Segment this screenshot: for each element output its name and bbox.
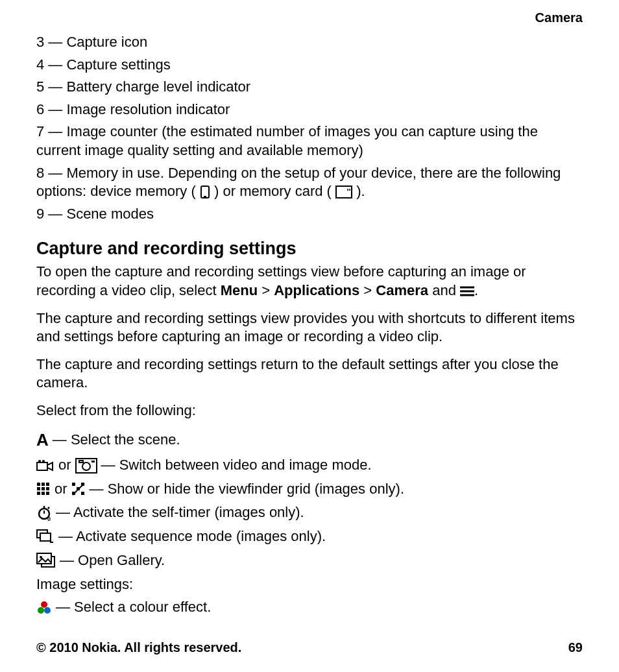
list-item: 7 — Image counter (the estimated number … bbox=[36, 123, 583, 160]
separator: > bbox=[258, 282, 274, 298]
grid-off-icon bbox=[71, 482, 86, 496]
svg-rect-19 bbox=[42, 487, 45, 490]
svg-rect-28 bbox=[81, 492, 84, 495]
svg-rect-16 bbox=[42, 483, 45, 486]
text-or: or bbox=[58, 456, 71, 475]
sequence-mode-icon bbox=[36, 529, 55, 544]
menu-path: Menu bbox=[221, 282, 258, 298]
list-item: 3 — Capture icon bbox=[36, 33, 583, 52]
option-row-sequence: — Activate sequence mode (images only). bbox=[36, 527, 583, 546]
page-number: 69 bbox=[568, 640, 583, 655]
text-part: . bbox=[474, 282, 478, 298]
list-item: 8 — Memory in use. Depending on the setu… bbox=[36, 164, 583, 201]
svg-rect-24 bbox=[72, 483, 75, 486]
device-memory-icon bbox=[200, 185, 210, 199]
svg-rect-23 bbox=[46, 492, 49, 495]
svg-rect-2 bbox=[336, 186, 352, 198]
section-heading: Capture and recording settings bbox=[36, 239, 583, 259]
option-text: — Select a colour effect. bbox=[56, 598, 211, 617]
svg-point-13 bbox=[82, 462, 90, 470]
self-timer-icon: 0 bbox=[36, 505, 52, 521]
paragraph: To open the capture and recording settin… bbox=[36, 263, 583, 300]
text-or: or bbox=[55, 480, 67, 499]
svg-rect-1 bbox=[204, 196, 206, 197]
image-mode-icon bbox=[75, 458, 97, 474]
separator: > bbox=[359, 282, 376, 298]
copyright-text: © 2010 Nokia. All rights reserved. bbox=[36, 640, 241, 655]
settings-menu-icon bbox=[460, 286, 474, 296]
svg-rect-17 bbox=[46, 483, 49, 486]
text-part: ). bbox=[356, 183, 365, 199]
paragraph: The capture and recording settings view … bbox=[36, 309, 583, 346]
svg-rect-8 bbox=[37, 462, 47, 470]
svg-point-10 bbox=[42, 460, 45, 462]
colour-effect-icon bbox=[36, 600, 52, 616]
option-text: — Activate the self-timer (images only). bbox=[56, 503, 304, 522]
svg-point-9 bbox=[38, 460, 41, 462]
document-page: Camera 3 — Capture icon 4 — Capture sett… bbox=[0, 0, 619, 672]
svg-rect-22 bbox=[42, 492, 45, 495]
subheading: Image settings: bbox=[36, 576, 583, 593]
option-text: — Show or hide the viewfinder grid (imag… bbox=[90, 480, 404, 499]
page-footer: © 2010 Nokia. All rights reserved. 69 bbox=[36, 640, 583, 655]
memory-card-icon bbox=[335, 186, 352, 198]
svg-rect-18 bbox=[37, 487, 40, 490]
grid-on-icon bbox=[36, 482, 51, 496]
list-item: 9 — Scene modes bbox=[36, 205, 583, 224]
header-section-title: Camera bbox=[36, 10, 583, 25]
option-text: — Open Gallery. bbox=[60, 551, 165, 570]
option-row-switch-mode: or — Switch between video and image mode… bbox=[36, 456, 583, 475]
svg-rect-33 bbox=[40, 533, 51, 541]
gallery-icon bbox=[36, 553, 56, 568]
svg-rect-12 bbox=[79, 461, 83, 462]
svg-text:0: 0 bbox=[47, 516, 51, 521]
option-row-gallery: — Open Gallery. bbox=[36, 551, 583, 570]
svg-rect-15 bbox=[37, 483, 40, 486]
svg-point-36 bbox=[41, 601, 47, 608]
option-row-timer: 0 — Activate the self-timer (images only… bbox=[36, 503, 583, 522]
scene-a-icon: A bbox=[36, 429, 49, 451]
option-text: — Activate sequence mode (images only). bbox=[58, 527, 326, 546]
paragraph: Select from the following: bbox=[36, 402, 583, 420]
option-row-scene: A — Select the scene. bbox=[36, 429, 583, 451]
svg-point-38 bbox=[44, 607, 51, 614]
menu-path: Applications bbox=[274, 282, 359, 298]
option-row-grid: or — Show or hide the viewfinder grid (i… bbox=[36, 480, 583, 499]
svg-rect-21 bbox=[37, 492, 40, 495]
video-mode-icon bbox=[36, 459, 55, 472]
svg-rect-14 bbox=[91, 461, 95, 462]
text-part: and bbox=[428, 282, 460, 298]
menu-path: Camera bbox=[376, 282, 428, 298]
list-item: 6 — Image resolution indicator bbox=[36, 101, 583, 119]
text-part: ) or memory card ( bbox=[214, 183, 332, 199]
option-text: — Switch between video and image mode. bbox=[101, 456, 372, 475]
option-row-colour-effect: — Select a colour effect. bbox=[36, 598, 583, 617]
list-item: 4 — Capture settings bbox=[36, 56, 583, 75]
paragraph: The capture and recording settings retur… bbox=[36, 355, 583, 392]
svg-point-37 bbox=[38, 607, 44, 614]
svg-rect-20 bbox=[46, 487, 49, 490]
list-item: 5 — Battery charge level indicator bbox=[36, 78, 583, 97]
option-text: — Select the scene. bbox=[53, 431, 180, 450]
